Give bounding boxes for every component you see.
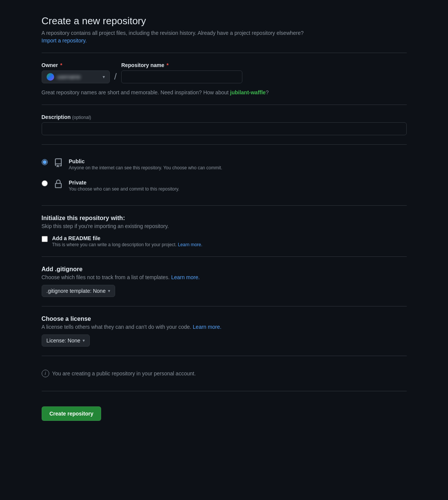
owner-group: Owner * username ▾ [42, 62, 110, 83]
gitignore-dropdown-button[interactable]: .gitignore template: None ▾ [42, 285, 115, 297]
chevron-down-icon: ▾ [103, 74, 105, 80]
section-divider-bottom [42, 391, 407, 391]
description-label: Description(optional) [42, 114, 407, 120]
private-icon [52, 178, 64, 190]
private-desc: You choose who can see and commit to thi… [69, 186, 180, 192]
owner-label: Owner * [42, 62, 110, 68]
readme-checkbox[interactable] [42, 236, 48, 242]
repo-name-group: Repository name * [121, 62, 242, 83]
public-option[interactable]: Public Anyone on the internet can see th… [42, 154, 407, 175]
license-desc: A license tells others what they can and… [42, 324, 407, 330]
readme-learn-more-link[interactable]: Learn more. [178, 242, 203, 247]
owner-name: username [57, 74, 100, 80]
import-link[interactable]: Import a repository. [42, 38, 87, 44]
public-label-group: Public Anyone on the internet can see th… [69, 158, 222, 170]
private-radio[interactable] [42, 180, 48, 186]
repo-name-label: Repository name * [121, 62, 242, 68]
private-label-group: Private You choose who can see and commi… [69, 180, 180, 192]
initialize-section: Initialize this repository with: Skip th… [42, 215, 407, 247]
description-optional: (optional) [72, 115, 91, 120]
license-button-label: License: None [47, 338, 81, 344]
readme-label-group: Add a README file This is where you can … [52, 235, 203, 247]
license-dropdown-button[interactable]: License: None ▾ [42, 334, 90, 347]
section-divider-license [42, 306, 407, 306]
section-divider-gitignore [42, 256, 407, 257]
license-learn-more-link[interactable]: Learn more. [193, 324, 221, 330]
info-message: You are creating a public repository in … [52, 370, 196, 377]
initialize-title: Initialize this repository with: [42, 215, 407, 222]
info-box: i You are creating a public repository i… [42, 365, 407, 382]
owner-repo-row: Owner * username ▾ / Repository name * [42, 62, 407, 83]
page-subtitle: A repository contains all project files,… [42, 30, 407, 36]
page-title: Create a new repository [42, 15, 407, 27]
license-chevron-icon: ▾ [83, 338, 85, 343]
license-title: Choose a license [42, 316, 407, 322]
visibility-section: Public Anyone on the internet can see th… [42, 154, 407, 196]
owner-avatar [47, 73, 54, 81]
create-repository-button[interactable]: Create repository [42, 406, 101, 421]
gitignore-button-label: .gitignore template: None [47, 288, 106, 294]
gitignore-title: Add .gitignore [42, 266, 407, 273]
section-divider-info [42, 356, 407, 356]
gitignore-section: Add .gitignore Choose which files not to… [42, 266, 407, 297]
gitignore-chevron-icon: ▾ [108, 288, 110, 294]
public-label: Public [69, 158, 222, 164]
repo-name-required-star: * [165, 62, 169, 68]
info-icon: i [42, 370, 49, 377]
readme-desc: This is where you can write a long descr… [52, 242, 203, 247]
license-section: Choose a license A license tells others … [42, 316, 407, 347]
description-input[interactable] [42, 122, 407, 135]
owner-required-star: * [59, 62, 62, 68]
gitignore-learn-more-link[interactable]: Learn more. [171, 274, 200, 280]
private-label: Private [69, 180, 180, 186]
readme-label: Add a README file [52, 235, 203, 241]
suggestion-name[interactable]: jubilant-waffle [230, 89, 266, 95]
public-icon [52, 157, 64, 169]
suggestion-text: Great repository names are short and mem… [42, 89, 407, 95]
section-divider-top [42, 53, 407, 53]
initialize-subtitle: Skip this step if you're importing an ex… [42, 223, 407, 229]
public-radio[interactable] [42, 159, 48, 165]
slash-separator: / [114, 71, 117, 83]
repo-name-input[interactable] [121, 70, 242, 83]
section-divider-description [42, 105, 407, 105]
public-desc: Anyone on the internet can see this repo… [69, 165, 222, 170]
private-option[interactable]: Private You choose who can see and commi… [42, 175, 407, 196]
gitignore-desc: Choose which files not to track from a l… [42, 274, 407, 280]
readme-row: Add a README file This is where you can … [42, 235, 407, 247]
description-group: Description(optional) [42, 114, 407, 135]
owner-dropdown[interactable]: username ▾ [42, 70, 110, 83]
section-divider-visibility [42, 144, 407, 145]
section-divider-initialize [42, 205, 407, 206]
